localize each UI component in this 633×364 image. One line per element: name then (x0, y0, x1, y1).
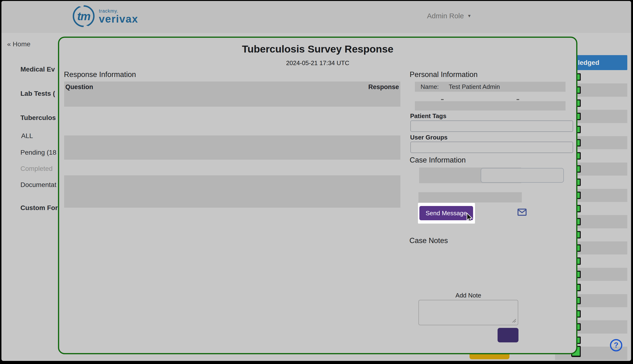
sidebar-item-medical-evaluations[interactable]: Medical Ev (20, 66, 55, 73)
sidebar-item-documentation[interactable]: Documentat (20, 181, 56, 189)
patient-tags-input[interactable] (410, 120, 573, 132)
redacted-text-mark (441, 99, 444, 100)
mouse-cursor-icon (465, 213, 474, 223)
question-column-header: Question (65, 84, 93, 91)
response-table-row (64, 136, 400, 160)
user-groups-input[interactable] (410, 142, 573, 153)
name-label: Name: (420, 83, 439, 90)
response-table-header: Question Response (64, 82, 400, 107)
add-note-label: Add Note (418, 292, 518, 299)
case-notes-heading: Case Notes (410, 236, 448, 245)
patient-tags-label: Patient Tags (410, 112, 446, 120)
role-dropdown-label: Admin Role (427, 12, 464, 20)
acknowledged-header-visible-text: ledged (578, 59, 599, 66)
response-information-heading: Response Information (64, 70, 136, 79)
sidebar-item-tuberculosis[interactable]: Tuberculos (20, 114, 56, 122)
question-mark-icon: ? (614, 341, 618, 350)
sidebar-item-lab-tests[interactable]: Lab Tests ( (20, 90, 55, 98)
sidebar-item-all[interactable]: ALL (21, 132, 33, 140)
case-information-heading: Case Information (410, 156, 466, 164)
name-value: Test Patient Admin (449, 83, 500, 90)
brand-logo[interactable]: tm trackmy. verivax (73, 5, 138, 27)
modal-timestamp: 2024-05-21 17:34 UTC (59, 60, 576, 67)
case-info-row (418, 192, 522, 202)
response-column-header: Response (368, 84, 399, 91)
patient-name-row: Name: Test Patient Admin (415, 82, 566, 92)
sidebar-item-custom-forms[interactable]: Custom For (20, 204, 58, 212)
modal-title: Tuberculosis Survey Response (59, 43, 576, 55)
add-note-submit-button[interactable] (498, 328, 518, 342)
add-note-textarea[interactable] (418, 300, 518, 325)
tuberculosis-survey-modal: Tuberculosis Survey Response 2024-05-21 … (58, 36, 578, 354)
resize-grip-icon[interactable] (511, 318, 517, 323)
logo-verivax-text: verivax (99, 14, 138, 24)
redacted-text-mark (516, 99, 519, 100)
sidebar-item-completed[interactable]: Completed (20, 165, 52, 172)
patient-info-row (415, 101, 566, 110)
chevron-down-icon: ▼ (467, 14, 472, 18)
personal-information-heading: Personal Information (410, 70, 478, 79)
logo-monogram-text: tm (77, 10, 90, 23)
app-header: tm trackmy. verivax Admin Role ▼ (2, 1, 631, 32)
response-table-row (64, 175, 400, 208)
app-screen: tm trackmy. verivax Admin Role ▼ « Home … (2, 1, 631, 361)
help-button[interactable]: ? (610, 339, 622, 352)
role-dropdown[interactable]: Admin Role ▼ (427, 12, 472, 20)
user-groups-label: User Groups (410, 134, 448, 141)
envelope-icon[interactable] (517, 208, 527, 216)
logo-monogram-icon: tm (73, 5, 94, 27)
sidebar-item-pending[interactable]: Pending (18 (20, 149, 56, 156)
case-info-select[interactable] (481, 168, 564, 183)
logo-wordmark: trackmy. verivax (99, 8, 138, 24)
home-link[interactable]: « Home (7, 40, 30, 48)
